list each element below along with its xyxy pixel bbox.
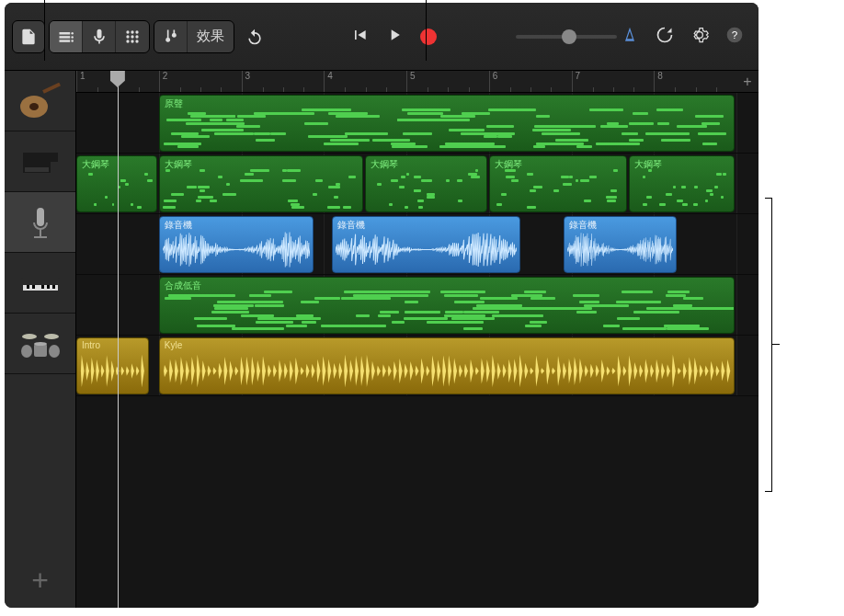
svg-marker-121 — [552, 368, 555, 375]
microphone-icon — [16, 204, 65, 241]
svg-marker-103 — [453, 358, 457, 383]
grid-view-button[interactable] — [116, 20, 149, 53]
svg-marker-41 — [101, 365, 105, 378]
svg-marker-84 — [349, 359, 353, 382]
svg-marker-62 — [229, 360, 233, 381]
svg-marker-127 — [584, 365, 587, 377]
svg-point-18 — [29, 103, 39, 110]
drummer-region[interactable]: Intro — [76, 337, 149, 394]
svg-marker-63 — [234, 366, 238, 375]
track-header-piano[interactable] — [5, 131, 75, 192]
drummer-region[interactable]: Kyle — [159, 337, 735, 394]
svg-marker-100 — [437, 359, 440, 382]
svg-rect-22 — [40, 229, 41, 236]
svg-rect-30 — [52, 285, 55, 289]
svg-marker-107 — [475, 367, 479, 375]
svg-point-9 — [126, 35, 129, 38]
ruler-bar: 7 — [572, 71, 655, 92]
ruler-bar: 1 — [76, 71, 159, 92]
audio-region[interactable]: 錄音機 — [159, 216, 314, 273]
svg-marker-145 — [682, 363, 686, 380]
tracks-area[interactable]: 原聲大鋼琴大鋼琴大鋼琴大鋼琴大鋼琴錄音機錄音機錄音機合成低音IntroKyle — [76, 93, 758, 608]
record-button[interactable] — [420, 29, 437, 45]
undo-button[interactable] — [238, 20, 271, 53]
play-button[interactable] — [385, 26, 404, 48]
ruler-bar: 5 — [406, 71, 489, 92]
midi-region[interactable]: 大鋼琴 — [159, 155, 363, 212]
track-header-drums[interactable] — [5, 314, 75, 374]
track-lane[interactable]: IntroKyle — [76, 336, 758, 396]
svg-point-34 — [34, 342, 47, 346]
svg-marker-82 — [338, 362, 342, 380]
svg-marker-90 — [382, 364, 386, 377]
track-lane[interactable]: 合成低音 — [76, 275, 758, 336]
audio-region[interactable]: 錄音機 — [564, 216, 678, 273]
track-lane[interactable]: 大鋼琴大鋼琴大鋼琴大鋼琴大鋼琴 — [76, 154, 758, 214]
svg-marker-85 — [355, 356, 359, 386]
region-label: 錄音機 — [337, 219, 365, 232]
svg-marker-37 — [81, 355, 85, 387]
track-header-keyboard[interactable] — [5, 253, 75, 314]
midi-region[interactable]: 合成低音 — [159, 277, 735, 334]
add-section-button[interactable]: + — [736, 71, 758, 92]
midi-region[interactable]: 大鋼琴 — [76, 155, 157, 212]
ruler-bar: 3 — [242, 71, 325, 92]
svg-marker-149 — [704, 365, 708, 376]
track-controls-button[interactable] — [154, 20, 188, 53]
svg-marker-65 — [245, 357, 249, 385]
svg-marker-97 — [420, 358, 424, 383]
midi-region[interactable]: 大鋼琴 — [365, 155, 487, 212]
svg-marker-81 — [333, 363, 336, 379]
svg-marker-102 — [448, 355, 451, 386]
svg-marker-138 — [644, 359, 648, 383]
svg-marker-50 — [164, 365, 167, 377]
audio-region[interactable]: 錄音機 — [332, 216, 519, 273]
svg-marker-53 — [180, 357, 184, 385]
track-lane[interactable]: 原聲 — [76, 93, 758, 154]
svg-point-32 — [44, 334, 59, 339]
tracks-view-button[interactable] — [50, 20, 83, 53]
region-label: 原聲 — [165, 97, 183, 110]
help-button[interactable]: ? — [725, 26, 744, 48]
svg-marker-98 — [426, 366, 429, 376]
svg-rect-0 — [59, 32, 70, 35]
svg-marker-76 — [305, 364, 309, 379]
track-header-mic[interactable] — [5, 192, 75, 253]
midi-region[interactable]: 大鋼琴 — [489, 155, 628, 212]
svg-marker-139 — [650, 364, 654, 378]
mic-view-button[interactable] — [83, 20, 116, 53]
rewind-button[interactable] — [350, 26, 369, 48]
metronome-button[interactable] — [621, 26, 639, 48]
svg-point-11 — [135, 35, 138, 38]
svg-marker-92 — [393, 361, 396, 381]
svg-marker-70 — [273, 365, 277, 378]
svg-marker-147 — [693, 358, 697, 384]
svg-marker-116 — [524, 363, 528, 380]
master-volume-slider[interactable] — [516, 26, 617, 48]
fx-button[interactable]: 效果 — [188, 20, 234, 53]
svg-marker-74 — [294, 358, 298, 384]
guitar-icon — [16, 83, 65, 120]
svg-marker-93 — [398, 359, 402, 383]
drums-icon — [16, 325, 65, 362]
toolbar: 效果 — [5, 3, 758, 71]
loop-browser-button[interactable] — [656, 26, 674, 48]
track-lane[interactable]: 錄音機錄音機錄音機 — [76, 214, 758, 275]
svg-point-13 — [131, 40, 133, 42]
midi-region[interactable]: 原聲 — [159, 95, 735, 152]
svg-marker-131 — [606, 367, 610, 376]
svg-marker-59 — [212, 367, 216, 375]
region-label: 大鋼琴 — [371, 158, 398, 171]
add-track-button[interactable]: + — [5, 553, 75, 608]
svg-rect-27 — [32, 285, 35, 289]
svg-marker-111 — [496, 362, 500, 380]
region-label: 錄音機 — [165, 219, 192, 232]
settings-button[interactable] — [690, 26, 709, 48]
track-header-guitar[interactable] — [5, 71, 75, 131]
svg-marker-143 — [672, 354, 676, 387]
midi-region[interactable]: 大鋼琴 — [629, 155, 735, 212]
svg-marker-38 — [86, 361, 89, 381]
svg-marker-151 — [715, 365, 719, 376]
my-songs-button[interactable] — [12, 20, 45, 53]
ruler[interactable]: 12345678+ — [76, 71, 758, 93]
